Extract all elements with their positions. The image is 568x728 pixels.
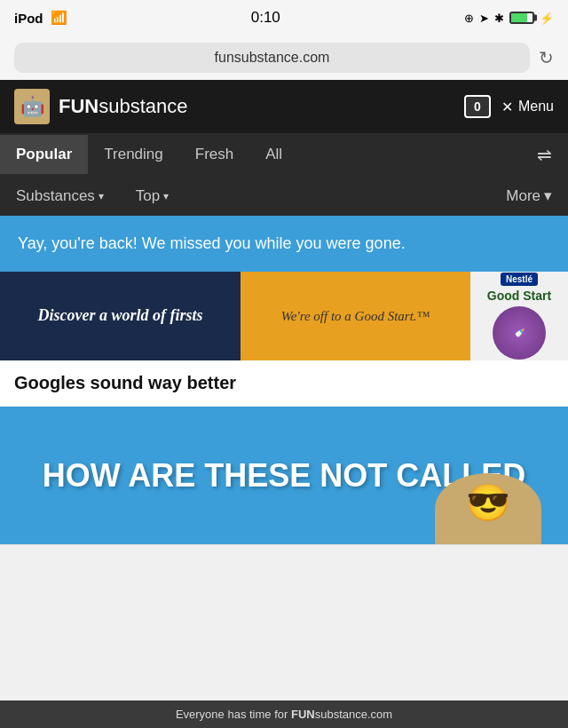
footer-bar: Everyone has time for FUNsubstance.com — [0, 700, 568, 728]
ad-left-section: Discover a world of firsts — [0, 272, 241, 360]
logo-area[interactable]: 🤖 FUNsubstance — [14, 89, 188, 124]
nav-more-button[interactable]: More ▾ — [490, 176, 568, 216]
status-time: 0:10 — [251, 9, 280, 27]
nav-fresh[interactable]: Fresh — [179, 135, 249, 174]
menu-label: Menu — [518, 99, 554, 115]
substances-chevron-icon: ▾ — [99, 190, 104, 202]
logo-icon: 🤖 — [14, 89, 50, 124]
ad-middle-section: We're off to a Good Start.™ — [241, 272, 470, 360]
logo-substance: substance — [99, 95, 187, 117]
brand-label: Nestlé — [501, 273, 538, 286]
nav-trending[interactable]: Trending — [88, 135, 178, 174]
nav-substances[interactable]: Substances ▾ — [0, 177, 120, 216]
post-card: Googles sound way better HOW ARE THESE N… — [0, 360, 568, 545]
ad-left-text: Discover a world of firsts — [38, 305, 203, 326]
url-field[interactable]: funsubstance.com — [14, 43, 530, 73]
lock-icon: ⊕ — [464, 12, 474, 25]
ad-right-section: Nestlé Good Start 🍼 — [470, 272, 568, 360]
charging-icon: ⚡ — [540, 12, 554, 25]
url-text: funsubstance.com — [215, 50, 330, 66]
product-label: Good Start — [487, 289, 551, 303]
status-bar: iPod 📶 0:10 ⊕ ➤ ✱ ⚡ — [0, 0, 568, 36]
footer-substance: substance.com — [315, 708, 392, 721]
nav-top[interactable]: Top ▾ — [120, 177, 185, 216]
status-right: ⊕ ➤ ✱ ⚡ — [464, 12, 554, 25]
header-right: 0 ✕ Menu — [464, 95, 554, 118]
welcome-text: Yay, you're back! We missed you while yo… — [18, 234, 406, 252]
nav-popular[interactable]: Popular — [0, 135, 88, 174]
ad-middle-text: We're off to a Good Start.™ — [281, 307, 430, 326]
site-header: 🤖 FUNsubstance 0 ✕ Menu — [0, 80, 568, 133]
status-left: iPod 📶 — [14, 10, 67, 26]
url-bar: funsubstance.com ↻ — [0, 36, 568, 80]
nav-row-1: Popular Trending Fresh All ⇌ — [0, 133, 568, 176]
logo-fun: FUN — [59, 95, 99, 117]
logo-text: FUNsubstance — [59, 95, 188, 118]
top-chevron-icon: ▾ — [163, 190, 169, 202]
footer-text: Everyone has time for — [176, 708, 291, 721]
battery-icon — [509, 12, 534, 24]
welcome-banner: Yay, you're back! We missed you while yo… — [0, 216, 568, 272]
ad-banner[interactable]: Discover a world of firsts We're off to … — [0, 272, 568, 360]
post-title[interactable]: Googles sound way better — [0, 360, 568, 407]
bluetooth-icon: ✱ — [494, 12, 504, 25]
refresh-button[interactable]: ↻ — [539, 47, 554, 68]
nav-bar: Popular Trending Fresh All ⇌ Substances … — [0, 133, 568, 216]
nav-all[interactable]: All — [249, 135, 298, 174]
nav-row-2: Substances ▾ Top ▾ More ▾ — [0, 176, 568, 216]
good-start-logo: Nestlé Good Start 🍼 — [487, 273, 551, 360]
post-image-face: 😎 — [435, 473, 541, 544]
product-image: 🍼 — [493, 306, 546, 360]
menu-button[interactable]: ✕ Menu — [501, 99, 554, 115]
wifi-icon: 📶 — [51, 10, 67, 26]
menu-close-icon: ✕ — [501, 99, 513, 115]
post-image[interactable]: HOW ARE THESE NOT CALLED 😎 — [0, 407, 568, 544]
footer-fun: FUN — [291, 708, 315, 721]
location-icon: ➤ — [479, 12, 489, 25]
nav-shuffle-button[interactable]: ⇌ — [521, 133, 568, 176]
notification-badge[interactable]: 0 — [464, 95, 491, 118]
device-label: iPod — [14, 11, 43, 26]
more-chevron-icon: ▾ — [544, 186, 552, 205]
